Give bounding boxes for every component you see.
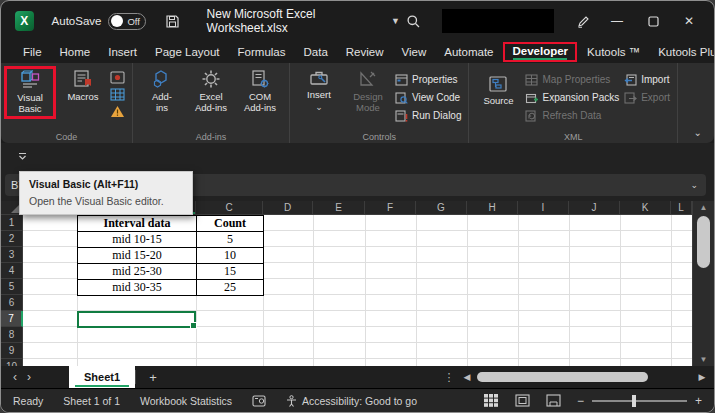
tab-formulas[interactable]: Formulas — [230, 44, 294, 61]
minimize-button[interactable]: — — [602, 8, 632, 34]
display-settings-icon[interactable] — [252, 395, 266, 407]
view-code-button[interactable]: View Code — [395, 90, 461, 105]
row-header-2[interactable]: 2 — [1, 231, 23, 247]
column-header-c[interactable]: C — [196, 201, 263, 215]
record-macro-icon[interactable] — [110, 71, 125, 84]
cell-B1[interactable]: Interval data — [78, 216, 197, 232]
cell-C4[interactable]: 15 — [197, 264, 264, 280]
tab-kutools[interactable]: Kutools ™ — [579, 44, 648, 61]
save-icon[interactable] — [160, 8, 184, 34]
column-header-h[interactable]: H — [467, 201, 518, 215]
expansion-packs-button[interactable]: Expansion Packs — [525, 90, 619, 105]
formula-bar-expand-icon[interactable]: ⌄ — [690, 180, 698, 190]
horizontal-scrollbar[interactable]: ◀ ▶ — [459, 366, 714, 388]
column-header-f[interactable]: F — [365, 201, 416, 215]
use-relative-references-icon[interactable] — [110, 88, 125, 101]
insert-control-button[interactable]: Insert ⌄ — [297, 69, 341, 113]
tab-automate[interactable]: Automate — [436, 44, 501, 61]
row-header-5[interactable]: 5 — [1, 279, 23, 295]
run-dialog-button[interactable]: Run Dialog — [395, 108, 461, 123]
column-header-d[interactable]: D — [263, 201, 313, 215]
vertical-scroll-thumb[interactable] — [697, 216, 710, 268]
tab-kutools-plus[interactable]: Kutools Plus — [650, 44, 715, 61]
scroll-down-icon[interactable]: ▼ — [693, 353, 714, 366]
column-header-j[interactable]: J — [569, 201, 620, 215]
row-header-8[interactable]: 8 — [1, 327, 23, 343]
import-button[interactable]: Import — [624, 72, 670, 87]
redacted-account-box[interactable] — [442, 9, 554, 33]
tab-home[interactable]: Home — [52, 44, 99, 61]
accessibility-status[interactable]: Accessibility: Good to go — [286, 395, 417, 407]
vertical-scrollbar[interactable]: ▲ ▼ — [692, 201, 714, 366]
next-sheet-icon[interactable]: › — [15, 366, 43, 388]
formula-bar-input[interactable]: ⌄ — [103, 174, 706, 196]
row-header-3[interactable]: 3 — [1, 247, 23, 263]
cell-C3[interactable]: 10 — [197, 248, 264, 264]
column-header-i[interactable]: I — [518, 201, 569, 215]
properties-button[interactable]: Properties — [395, 72, 461, 87]
tab-developer[interactable]: Developer — [503, 42, 577, 62]
com-add-ins-button[interactable]: COM Add-ins — [238, 69, 282, 113]
close-button[interactable]: ✕ — [674, 8, 704, 34]
macro-security-icon[interactable] — [110, 105, 125, 118]
horizontal-scroll-thumb[interactable] — [477, 372, 648, 382]
tab-page-layout[interactable]: Page Layout — [147, 44, 228, 61]
sheet-tab-sheet1[interactable]: Sheet1 — [69, 366, 135, 388]
macros-button[interactable]: Macros — [61, 69, 105, 102]
tab-view[interactable]: View — [394, 44, 435, 61]
excel-add-ins-button[interactable]: Excel Add-ins — [189, 69, 233, 113]
pen-mode-icon[interactable] — [570, 8, 596, 34]
cell-B4[interactable]: mid 25-30 — [78, 264, 197, 280]
row-header-6[interactable]: 6 — [1, 295, 23, 311]
add-ins-button[interactable]: Add- ins — [140, 69, 184, 113]
horizontal-scroll-track[interactable] — [475, 372, 694, 382]
zoom-out-button[interactable]: − — [577, 394, 584, 408]
sheetbar-kebab-icon[interactable]: ⋮ — [439, 366, 459, 388]
source-button[interactable]: Source — [476, 69, 520, 106]
tab-data[interactable]: Data — [296, 44, 336, 61]
maximize-button[interactable] — [638, 8, 668, 34]
add-sheet-button[interactable]: + — [136, 366, 170, 388]
row-header-1[interactable]: 1 — [1, 215, 23, 231]
page-break-preview-icon[interactable] — [546, 394, 561, 407]
row-header-9[interactable]: 9 — [1, 343, 23, 359]
zoom-in-button[interactable]: + — [695, 394, 702, 408]
document-title[interactable]: New Microsoft Excel Worksheet.xlsx ▼ — [207, 7, 400, 35]
normal-view-icon[interactable] — [484, 394, 499, 407]
cell-B2[interactable]: mid 10-15 — [78, 232, 197, 248]
selected-cell-B7[interactable] — [77, 311, 196, 328]
export-button[interactable]: Export — [624, 90, 670, 105]
cell-B5[interactable]: mid 30-35 — [78, 280, 197, 296]
map-properties-button[interactable]: Map Properties — [525, 72, 619, 87]
collapse-ribbon-chevron-icon[interactable]: ⌄ — [694, 127, 702, 138]
row-header-4[interactable]: 4 — [1, 263, 23, 279]
excel-logo-icon[interactable]: X — [15, 11, 34, 31]
tab-insert[interactable]: Insert — [100, 44, 145, 61]
zoom-slider[interactable] — [592, 400, 687, 402]
scroll-up-icon[interactable]: ▲ — [693, 201, 714, 214]
column-header-k[interactable]: K — [620, 201, 671, 215]
cells-area[interactable]: Interval data Count mid 10-15 5 mid 15-2… — [23, 215, 692, 366]
search-icon[interactable] — [400, 8, 426, 34]
workbook-statistics-button[interactable]: Workbook Statistics — [140, 395, 232, 407]
cell-C5[interactable]: 25 — [197, 280, 264, 296]
column-header-e[interactable]: E — [313, 201, 365, 215]
ribbon-display-options-icon[interactable] — [17, 152, 28, 161]
cell-C2[interactable]: 5 — [197, 232, 264, 248]
visual-basic-button[interactable]: Visual Basic — [8, 70, 52, 114]
design-mode-button[interactable]: Design Mode — [346, 69, 390, 113]
autosave-control[interactable]: AutoSave Off — [52, 13, 147, 30]
cell-C1[interactable]: Count — [197, 216, 264, 232]
column-header-g[interactable]: G — [416, 201, 467, 215]
zoom-slider-thumb[interactable] — [632, 395, 636, 407]
autosave-toggle[interactable]: Off — [108, 13, 146, 30]
scroll-left-icon[interactable]: ◀ — [461, 372, 473, 382]
refresh-data-button[interactable]: Refresh Data — [525, 108, 619, 123]
page-layout-view-icon[interactable] — [515, 394, 530, 407]
row-header-10[interactable]: 10 — [1, 359, 23, 366]
row-header-7[interactable]: 7 — [1, 311, 23, 327]
cell-B3[interactable]: mid 15-20 — [78, 248, 197, 264]
scroll-right-icon[interactable]: ▶ — [696, 372, 708, 382]
tab-review[interactable]: Review — [338, 44, 392, 61]
tab-file[interactable]: File — [15, 44, 50, 61]
